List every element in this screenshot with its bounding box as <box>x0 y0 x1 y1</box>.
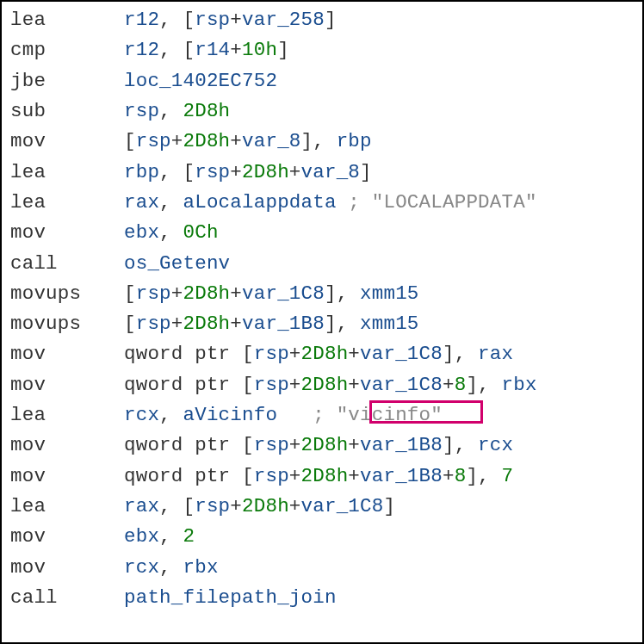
token-reg: ebx <box>124 221 159 244</box>
mnemonic: mov <box>10 218 124 248</box>
asm-line-9: movups[rsp+2D8h+var_1C8], xmm15 <box>10 279 634 309</box>
token-plain: ], <box>301 130 337 152</box>
mnemonic: cmp <box>10 35 124 65</box>
token-plain: ] <box>360 161 372 183</box>
token-plain: + <box>230 313 242 335</box>
token-num: 2D8h <box>242 495 289 517</box>
token-reg: rbx <box>183 556 219 579</box>
token-plain: + <box>348 343 360 365</box>
token-reg: rcx <box>124 556 159 579</box>
token-sym: aVicinfo <box>183 404 278 426</box>
mnemonic: mov <box>10 339 124 369</box>
token-reg: rax <box>124 191 159 214</box>
token-reg: r12 <box>124 9 159 31</box>
mnemonic: lea <box>10 492 124 522</box>
token-plain: + <box>171 282 183 305</box>
token-func: loc_1402EC752 <box>124 70 277 92</box>
token-num: 2D8h <box>301 343 349 365</box>
token-reg: rsp <box>254 343 289 365</box>
asm-line-8: callos_Getenv <box>10 249 634 279</box>
asm-line-5: learbp, [rsp+2D8h+var_8] <box>10 158 634 188</box>
token-plain: , <box>159 100 183 122</box>
assembly-code: lear12, [rsp+var_258]cmpr12, [r14+10h]jb… <box>10 5 634 613</box>
token-reg: rcx <box>478 434 513 456</box>
token-reg: rbp <box>337 130 372 152</box>
mnemonic: lea <box>10 158 124 188</box>
asm-line-19: callpath_filepath_join <box>10 583 634 613</box>
token-string: "vicinfo" <box>337 404 443 426</box>
mnemonic: sub <box>10 96 124 127</box>
mnemonic: jbe <box>10 66 124 96</box>
token-plain: [ <box>230 343 253 365</box>
token-sym: var_1C8 <box>301 495 384 517</box>
mnemonic: call <box>10 249 124 279</box>
token-sym: var_1B8 <box>360 465 443 487</box>
asm-line-1: cmpr12, [r14+10h] <box>10 35 634 65</box>
mnemonic: lea <box>10 400 124 430</box>
token-reg: ebx <box>124 525 159 548</box>
token-plain: , <box>159 404 183 426</box>
mnemonic: lea <box>10 5 124 35</box>
token-num: 2D8h <box>183 100 231 122</box>
token-plain: [ <box>230 434 253 456</box>
mnemonic: mov <box>10 430 124 461</box>
token-plain: + <box>443 465 455 487</box>
token-plain: + <box>230 130 242 152</box>
token-plain: , [ <box>159 495 195 517</box>
token-plain: + <box>289 343 301 365</box>
token-sym: var_8 <box>242 130 301 152</box>
token-plain: + <box>289 434 301 456</box>
token-sym: var_1C8 <box>242 282 325 305</box>
token-plain: + <box>230 282 242 305</box>
token-plain: , <box>159 556 183 579</box>
asm-line-2: jbeloc_1402EC752 <box>10 66 634 96</box>
mnemonic: mov <box>10 553 124 583</box>
token-sym: var_258 <box>242 9 325 31</box>
asm-line-17: movebx, 2 <box>10 522 634 552</box>
asm-line-6: learax, aLocalappdata ; "LOCALAPPDATA" <box>10 188 634 218</box>
token-comment: ; <box>277 404 337 426</box>
token-reg: rsp <box>136 130 171 152</box>
token-plain: ], <box>466 465 501 487</box>
token-plain: qword ptr <box>124 465 230 487</box>
token-plain: + <box>348 465 360 487</box>
token-plain: + <box>289 161 301 183</box>
token-reg: rsp <box>195 9 230 31</box>
token-reg: rsp <box>254 434 289 456</box>
token-plain: + <box>289 374 301 396</box>
token-plain: , <box>159 191 183 214</box>
mnemonic: movups <box>10 279 124 309</box>
token-num: 8 <box>455 374 467 396</box>
mnemonic: mov <box>10 370 124 400</box>
token-reg: rsp <box>254 465 289 487</box>
token-plain: + <box>230 39 242 61</box>
token-plain: qword ptr <box>124 343 230 365</box>
token-reg: rax <box>478 343 513 365</box>
token-plain: [ <box>230 465 253 487</box>
token-sym: var_1B8 <box>242 313 325 335</box>
token-reg: xmm15 <box>360 282 419 305</box>
token-reg: rsp <box>136 282 171 305</box>
token-plain: ], <box>466 374 501 396</box>
token-sym: var_1C8 <box>360 374 443 396</box>
asm-line-7: movebx, 0Ch <box>10 218 634 248</box>
token-sym: var_1B8 <box>360 434 443 456</box>
asm-line-11: movqword ptr [rsp+2D8h+var_1C8], rax <box>10 339 634 369</box>
token-plain: , [ <box>159 39 195 61</box>
token-plain: ], <box>325 313 360 335</box>
token-plain: ] <box>325 9 337 31</box>
asm-line-13: learcx, aVicinfo ; "vicinfo" <box>10 400 634 430</box>
token-sym: aLocalappdata <box>183 191 337 214</box>
token-plain: + <box>171 130 183 152</box>
token-plain: + <box>230 495 242 517</box>
token-plain: ] <box>383 495 395 517</box>
asm-line-12: movqword ptr [rsp+2D8h+var_1C8+8], rbx <box>10 370 634 400</box>
mnemonic: lea <box>10 188 124 218</box>
token-plain: , [ <box>159 9 195 31</box>
token-plain: + <box>171 313 183 335</box>
token-plain: + <box>443 374 455 396</box>
token-num: 2D8h <box>301 434 349 456</box>
token-reg: r12 <box>124 39 159 61</box>
token-plain: [ <box>230 374 253 396</box>
token-reg: xmm15 <box>360 313 419 335</box>
